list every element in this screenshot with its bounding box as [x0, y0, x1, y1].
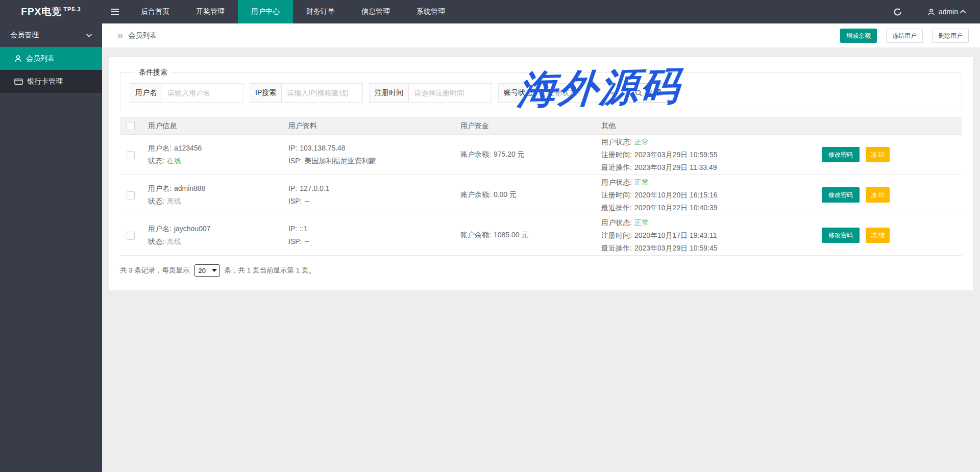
admin-menu[interactable]: admin	[913, 0, 980, 23]
freeze-button[interactable]: 冻 结	[866, 147, 890, 162]
change-password-button[interactable]: 修改密码	[822, 228, 860, 243]
row-checkbox[interactable]	[127, 191, 135, 200]
ip-filter-label: IP搜索	[250, 84, 282, 102]
cell-other: 用户状态:正常 注册时间:2023年03月29日 10:59:55 最近操作:2…	[601, 136, 809, 174]
user-icon	[14, 55, 22, 62]
register-time-label: 注册时间:	[601, 151, 632, 159]
pagination-bar: 共 3 条记录，每页显示 20 条，共 1 页当前显示第 1 页。	[120, 264, 962, 277]
username-value: jaychou007	[174, 225, 211, 233]
table-row: 用户名:a123456 状态:在线 IP:103.138.75.48 ISP:美…	[120, 135, 962, 175]
register-time-input[interactable]	[409, 84, 492, 102]
main-area: » 会员列表 增减余额 冻结用户 删除用户 条件搜索 用户名 IP搜索 注册时间	[102, 23, 980, 472]
pagination-prefix: 共 3 条记录，每页显示	[120, 266, 190, 275]
username-input[interactable]	[162, 84, 243, 102]
isp-label: ISP:	[288, 157, 302, 165]
topbar-nav-label: 财务订单	[306, 7, 335, 16]
sidebar-item-member-list[interactable]: 会员列表	[0, 47, 102, 70]
username-label: 用户名:	[148, 144, 172, 152]
account-status-badge: 正常	[634, 218, 649, 227]
refresh-icon	[893, 8, 902, 16]
row-checkbox[interactable]	[127, 151, 135, 159]
online-status-badge: 离线	[167, 197, 181, 205]
admin-name: admin	[939, 8, 958, 16]
status-label: 状态:	[148, 157, 164, 165]
topbar-nav-item[interactable]: 后台首页	[128, 0, 183, 23]
account-status-badge: 正常	[634, 138, 649, 146]
double-chevron-icon: »	[117, 30, 123, 40]
balance-value: 975.20 元	[494, 150, 525, 158]
cell-user-fund: 账户余额:1085.00 元	[460, 231, 601, 240]
topbar-nav-label: 用户中心	[251, 7, 280, 16]
sidebar-group-member-management[interactable]: 会员管理	[0, 23, 102, 47]
topbar-nav-item[interactable]: 财务订单	[293, 0, 348, 23]
content-card: 条件搜索 用户名 IP搜索 注册时间 账号状态	[109, 57, 973, 290]
cell-user-data: IP:127.0.0.1 ISP:--	[288, 182, 460, 208]
menu-collapse-button[interactable]	[102, 0, 128, 23]
topbar-nav-item[interactable]: 系统管理	[403, 0, 458, 23]
select-all-checkbox[interactable]	[127, 122, 135, 130]
member-table: 用户信息 用户资料 用户资金 其他 用户名:a123456 状态:在线	[120, 117, 962, 256]
column-header-user-data: 用户资料	[288, 121, 460, 131]
topbar-nav-item[interactable]: 用户中心	[238, 0, 293, 23]
search-icon	[635, 89, 642, 96]
cell-user-info: 用户名:a123456 状态:在线	[148, 142, 288, 167]
account-status-badge: 正常	[634, 178, 649, 186]
refresh-button[interactable]	[883, 0, 913, 23]
sidebar-item-label: 银行卡管理	[27, 77, 63, 86]
bank-card-icon	[14, 78, 23, 85]
table-row: 用户名:jaychou007 状态:离线 IP:::1 ISP:--	[120, 215, 962, 256]
search-button-label: 搜 索	[645, 88, 662, 97]
isp-value: --	[304, 237, 309, 245]
status-label: 状态:	[148, 237, 164, 245]
ip-value: ::1	[300, 225, 308, 233]
freeze-button[interactable]: 冻 结	[866, 228, 890, 243]
app-logo: FPX电竞 TP5.3	[0, 0, 102, 23]
change-password-button[interactable]: 修改密码	[822, 147, 860, 162]
ip-filter-group: IP搜索	[250, 83, 363, 103]
account-status-select[interactable]: --全部状态--	[538, 84, 621, 102]
topbar-nav: 后台首页 开奖管理 用户中心 财务订单 信息管理 系统管理	[128, 0, 458, 23]
change-password-button[interactable]: 修改密码	[822, 187, 860, 203]
cell-actions: 修改密码 冻 结	[809, 147, 962, 162]
add-balance-button[interactable]: 增减余额	[840, 29, 877, 43]
cell-user-info: 用户名:admin888 状态:离线	[148, 182, 288, 208]
ip-value: 127.0.0.1	[300, 184, 329, 192]
freeze-user-button[interactable]: 冻结用户	[886, 29, 923, 43]
register-time-label: 注册时间:	[601, 191, 632, 199]
column-header-user-info: 用户信息	[148, 121, 288, 131]
hamburger-icon	[111, 9, 119, 15]
ip-label: IP:	[288, 144, 297, 152]
row-checkbox[interactable]	[127, 232, 135, 240]
table-row: 用户名:admin888 状态:离线 IP:127.0.0.1 ISP:--	[120, 175, 962, 215]
pagination-suffix: 条，共 1 页当前显示第 1 页。	[225, 266, 316, 275]
account-status-label: 用户状态:	[601, 178, 632, 186]
topbar-nav-item[interactable]: 开奖管理	[183, 0, 238, 23]
isp-label: ISP:	[288, 237, 302, 245]
last-operation-label: 最近操作:	[601, 204, 632, 212]
topbar-nav-label: 系统管理	[416, 7, 445, 16]
app-version-badge: TP5.3	[63, 6, 81, 12]
freeze-button[interactable]: 冻 结	[866, 187, 890, 203]
balance-value: 0.00 元	[494, 190, 517, 198]
balance-label: 账户余额:	[460, 231, 491, 239]
sidebar-item-bank-card-management[interactable]: 银行卡管理	[0, 70, 102, 93]
column-header-user-fund: 用户资金	[460, 121, 601, 131]
breadcrumb-bar: » 会员列表 增减余额 冻结用户 删除用户	[102, 23, 980, 47]
breadcrumb: 会员列表	[128, 31, 157, 40]
user-icon	[927, 8, 935, 16]
username-value: a123456	[174, 144, 202, 152]
last-operation-value: 2023年03月29日 10:59:45	[634, 244, 718, 252]
account-status-filter-label: 账号状态	[499, 84, 538, 102]
per-page-select[interactable]: 20	[194, 264, 220, 277]
search-button[interactable]: 搜 索	[627, 83, 669, 103]
page-actions: 增减余额 冻结用户 删除用户	[840, 29, 969, 43]
regtime-filter-group: 注册时间	[369, 83, 492, 103]
account-status-label: 用户状态:	[601, 138, 632, 146]
search-filters: 用户名 IP搜索 注册时间 账号状态 --全部状态--	[130, 83, 954, 103]
username-filter-group: 用户名	[130, 83, 243, 103]
delete-user-button[interactable]: 删除用户	[932, 29, 969, 43]
topbar-nav-item[interactable]: 信息管理	[348, 0, 403, 23]
search-legend: 条件搜索	[134, 68, 173, 77]
topbar-nav-label: 后台首页	[141, 7, 169, 16]
ip-search-input[interactable]	[282, 84, 362, 102]
